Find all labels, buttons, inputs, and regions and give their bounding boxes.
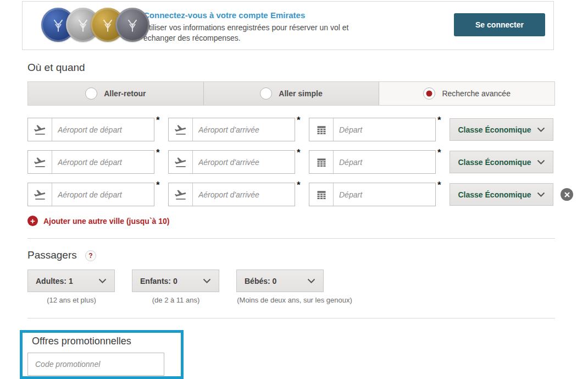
calendar-icon bbox=[309, 183, 334, 206]
promo-code-input[interactable] bbox=[28, 353, 164, 375]
infants-label: Bébés: 0 bbox=[245, 277, 276, 285]
trip-type-label: Aller-retour bbox=[104, 89, 146, 98]
promo-offers-highlight: Offres promotionnelles bbox=[20, 330, 184, 379]
required-asterisk: * bbox=[437, 180, 441, 191]
adults-dropdown[interactable]: Adultes: 1 bbox=[27, 270, 115, 292]
departure-date-field[interactable] bbox=[309, 183, 436, 206]
passengers-heading: Passagers bbox=[27, 249, 77, 261]
arrival-airport-input[interactable] bbox=[193, 183, 295, 206]
cabin-class-label: Classe Économique bbox=[458, 158, 531, 167]
departure-date-input[interactable] bbox=[334, 151, 435, 173]
login-banner: Connectez-vous à votre compte Emirates U… bbox=[22, 1, 554, 50]
trip-type-label: Aller simple bbox=[279, 89, 322, 98]
adults-hint: (12 ans et plus) bbox=[47, 296, 96, 304]
plane-takeoff-icon bbox=[28, 118, 52, 141]
departure-date-input[interactable] bbox=[334, 118, 435, 141]
required-asterisk: * bbox=[156, 115, 160, 126]
calendar-icon bbox=[309, 151, 334, 173]
remove-city-button[interactable] bbox=[561, 188, 573, 201]
trip-type-label: Recherche avancée bbox=[442, 89, 511, 98]
flight-row: * * * Classe Économique bbox=[27, 150, 577, 174]
promo-code-field[interactable] bbox=[27, 353, 164, 376]
chevron-down-icon bbox=[307, 278, 315, 283]
login-subtitle: Utiliser vos informations enregistrées p… bbox=[143, 23, 350, 43]
required-asterisk: * bbox=[297, 115, 301, 126]
arrival-airport-input[interactable] bbox=[193, 151, 295, 173]
chevron-down-icon bbox=[98, 278, 107, 283]
medal-platinum-icon bbox=[115, 8, 149, 42]
plane-takeoff-icon bbox=[28, 183, 52, 206]
add-city-button[interactable]: + Ajouter une autre ville (jusqu`à 10) bbox=[27, 216, 170, 226]
plane-takeoff-icon bbox=[28, 151, 52, 173]
promo-heading: Offres promotionnelles bbox=[32, 336, 131, 347]
chevron-down-icon bbox=[537, 127, 545, 132]
where-when-heading: Où et quand bbox=[27, 62, 85, 74]
infants-hint: (Moins de deux ans, sur les genoux) bbox=[237, 296, 352, 304]
required-asterisk: * bbox=[297, 180, 301, 191]
add-city-label: Ajouter une autre ville (jusqu`à 10) bbox=[43, 217, 170, 226]
required-asterisk: * bbox=[156, 180, 160, 191]
children-label: Enfants: 0 bbox=[140, 277, 177, 285]
departure-airport-field[interactable] bbox=[27, 118, 154, 141]
flight-row: * * * Classe Économique bbox=[27, 118, 577, 141]
radio-button-icon[interactable] bbox=[260, 87, 272, 100]
chevron-down-icon bbox=[537, 192, 545, 197]
help-icon[interactable]: ? bbox=[85, 250, 96, 261]
departure-airport-field[interactable] bbox=[27, 150, 154, 174]
login-button[interactable]: Se connecter bbox=[454, 13, 545, 36]
trip-type-one-way[interactable]: Aller simple bbox=[203, 82, 379, 105]
infants-dropdown[interactable]: Bébés: 0 bbox=[236, 270, 324, 292]
departure-date-input[interactable] bbox=[334, 183, 435, 206]
adults-label: Adultes: 1 bbox=[36, 277, 73, 285]
trip-type-bar: Aller-retour Aller simple Recherche avan… bbox=[27, 81, 555, 106]
plane-takeoff-icon bbox=[169, 151, 193, 173]
required-asterisk: * bbox=[437, 147, 441, 158]
section-divider bbox=[27, 238, 555, 239]
radio-button-selected-icon[interactable] bbox=[423, 87, 435, 100]
departure-airport-input[interactable] bbox=[52, 151, 154, 173]
close-icon bbox=[564, 192, 570, 197]
cabin-class-dropdown[interactable]: Classe Économique bbox=[450, 183, 553, 206]
trip-type-round-trip[interactable]: Aller-retour bbox=[28, 82, 203, 105]
arrival-airport-field[interactable] bbox=[168, 118, 295, 141]
trip-type-advanced-search[interactable]: Recherche avancée bbox=[379, 82, 554, 105]
children-dropdown[interactable]: Enfants: 0 bbox=[132, 270, 219, 292]
children-hint: (de 2 à 11 ans) bbox=[152, 296, 199, 304]
skywards-medallions-icon bbox=[41, 8, 149, 42]
required-asterisk: * bbox=[297, 147, 301, 158]
cabin-class-dropdown[interactable]: Classe Économique bbox=[450, 151, 553, 173]
chevron-down-icon bbox=[203, 278, 211, 283]
departure-airport-field[interactable] bbox=[27, 183, 154, 206]
arrival-airport-field[interactable] bbox=[168, 150, 295, 174]
cabin-class-label: Classe Économique bbox=[458, 190, 531, 199]
flight-search-page: Connectez-vous à votre compte Emirates U… bbox=[0, 0, 588, 379]
chevron-down-icon bbox=[537, 160, 545, 164]
radio-button-icon[interactable] bbox=[85, 87, 97, 100]
departure-date-field[interactable] bbox=[309, 150, 436, 174]
required-asterisk: * bbox=[437, 115, 441, 126]
plane-takeoff-icon bbox=[169, 118, 193, 141]
departure-date-field[interactable] bbox=[309, 118, 436, 141]
plane-takeoff-icon bbox=[169, 183, 193, 206]
section-divider bbox=[27, 318, 555, 318]
cabin-class-dropdown[interactable]: Classe Économique bbox=[450, 118, 553, 141]
cabin-class-label: Classe Économique bbox=[458, 125, 531, 134]
calendar-icon bbox=[309, 118, 334, 141]
plus-icon: + bbox=[27, 216, 38, 226]
arrival-airport-field[interactable] bbox=[168, 183, 295, 206]
departure-airport-input[interactable] bbox=[52, 183, 154, 206]
flight-row: * * * Classe Économique bbox=[27, 183, 577, 206]
required-asterisk: * bbox=[156, 147, 160, 158]
departure-airport-input[interactable] bbox=[52, 118, 154, 141]
login-title: Connectez-vous à votre compte Emirates bbox=[143, 10, 305, 20]
arrival-airport-input[interactable] bbox=[193, 118, 295, 141]
